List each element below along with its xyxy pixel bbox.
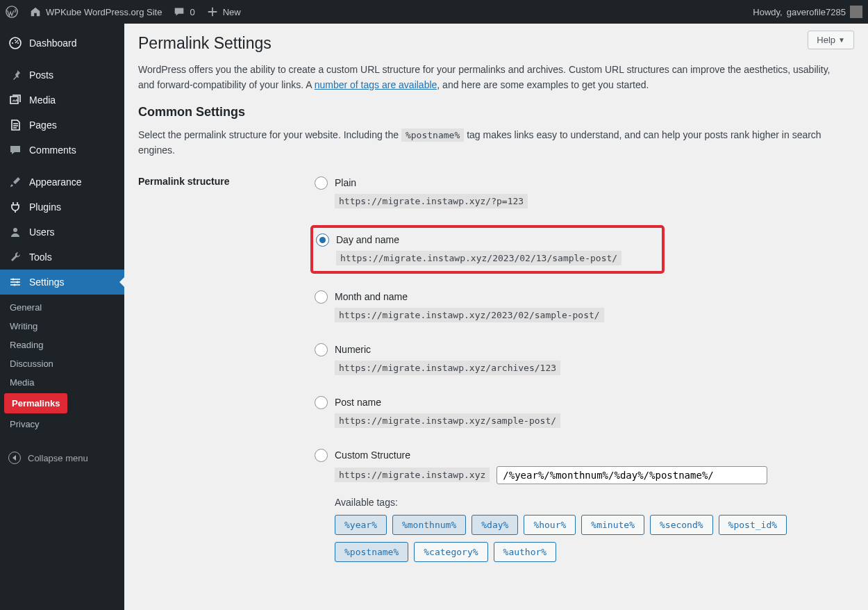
page-title: Permalink Settings (138, 34, 854, 53)
tag-author[interactable]: %author% (494, 542, 557, 562)
comment-icon (173, 6, 185, 18)
radio-custom-structure[interactable] (315, 449, 328, 462)
submenu-media[interactable]: Media (0, 373, 124, 392)
tag-row-1: %year% %monthnum% %day% %hour% %minute% … (335, 515, 850, 535)
example-numeric: https://migrate.instawp.xyz/archives/123 (335, 361, 560, 375)
site-name-link[interactable]: WPKube WordPress.org Site (29, 6, 162, 18)
postname-tag-code: %postname% (401, 129, 464, 142)
tag-second[interactable]: %second% (650, 515, 713, 535)
option-label-numeric[interactable]: Numeric (335, 344, 371, 355)
tag-day[interactable]: %day% (471, 515, 518, 535)
permalink-structure-label: Permalink structure (138, 172, 310, 187)
option-label-custom-structure[interactable]: Custom Structure (335, 450, 410, 461)
common-settings-desc: Select the permalink structure for your … (138, 128, 854, 158)
admin-sidebar: Dashboard Posts Media Pages Comments App… (0, 24, 124, 610)
sidebar-item-label: Plugins (29, 201, 61, 213)
custom-prefix: https://migrate.instawp.xyz (335, 468, 490, 482)
svg-point-2 (13, 228, 17, 232)
radio-post-name[interactable] (315, 396, 328, 409)
example-post-name: https://migrate.instawp.xyz/sample-post/ (335, 413, 560, 428)
brush-icon (8, 175, 22, 189)
sidebar-item-label: Appearance (29, 176, 82, 188)
option-custom-structure: Custom Structure https://migrate.instawp… (310, 445, 854, 573)
radio-plain[interactable] (315, 176, 328, 190)
tag-year[interactable]: %year% (335, 515, 387, 535)
help-label: Help (817, 35, 835, 45)
user-name: gaverofile7285 (787, 7, 846, 17)
help-button[interactable]: Help ▼ (808, 31, 854, 49)
collapse-label: Collapse menu (28, 453, 88, 463)
user-icon (8, 225, 22, 239)
sidebar-item-label: Users (29, 226, 55, 238)
settings-submenu: General Writing Reading Discussion Media… (0, 295, 124, 442)
option-post-name: Post name https://migrate.instawp.xyz/sa… (310, 392, 854, 432)
wrench-icon (8, 250, 22, 264)
sidebar-item-pages[interactable]: Pages (0, 113, 124, 138)
option-day-and-name: Day and name https://migrate.instawp.xyz… (310, 225, 665, 274)
sidebar-item-label: Settings (29, 277, 65, 288)
pin-icon (8, 68, 22, 82)
sidebar-item-appearance[interactable]: Appearance (0, 170, 124, 195)
example-day-and-name: https://migrate.instawp.xyz/2023/02/13/s… (336, 251, 621, 265)
sliders-icon (8, 275, 22, 289)
sidebar-item-users[interactable]: Users (0, 220, 124, 245)
sidebar-item-label: Dashboard (29, 38, 77, 49)
comment-icon (8, 143, 22, 157)
sidebar-item-label: Comments (29, 145, 76, 156)
sidebar-item-label: Media (29, 94, 56, 106)
howdy-prefix: Howdy, (753, 7, 782, 17)
plug-icon (8, 200, 22, 214)
svg-point-3 (12, 279, 15, 281)
sidebar-item-posts[interactable]: Posts (0, 63, 124, 88)
tag-category[interactable]: %category% (414, 542, 487, 562)
option-label-post-name[interactable]: Post name (335, 397, 381, 408)
option-month-and-name: Month and name https://migrate.instawp.x… (310, 286, 854, 327)
svg-point-5 (14, 284, 16, 286)
radio-month-and-name[interactable] (315, 290, 328, 304)
submenu-privacy[interactable]: Privacy (0, 415, 124, 434)
wordpress-logo[interactable] (6, 6, 18, 18)
tags-available-link[interactable]: number of tags are available (315, 79, 437, 90)
sidebar-item-tools[interactable]: Tools (0, 245, 124, 270)
custom-structure-input[interactable] (496, 466, 767, 484)
submenu-permalinks[interactable]: Permalinks (4, 393, 67, 413)
sidebar-item-comments[interactable]: Comments (0, 138, 124, 163)
option-label-day-and-name[interactable]: Day and name (336, 234, 399, 245)
submenu-general[interactable]: General (0, 298, 124, 317)
sidebar-item-label: Tools (29, 252, 52, 263)
submenu-reading[interactable]: Reading (0, 336, 124, 354)
available-tags-label: Available tags: (335, 497, 850, 508)
sidebar-item-plugins[interactable]: Plugins (0, 195, 124, 220)
sidebar-item-label: Pages (29, 119, 57, 131)
dashboard-icon (8, 36, 22, 50)
media-icon (8, 93, 22, 107)
sidebar-item-settings[interactable]: Settings (0, 270, 124, 295)
comments-link[interactable]: 0 (173, 6, 194, 18)
submenu-writing[interactable]: Writing (0, 317, 124, 336)
howdy-link[interactable]: Howdy, gaverofile7285 (753, 6, 862, 18)
option-label-plain[interactable]: Plain (335, 177, 356, 188)
chevron-down-icon: ▼ (838, 36, 845, 44)
tag-postname[interactable]: %postname% (335, 542, 408, 562)
option-label-month-and-name[interactable]: Month and name (335, 291, 408, 302)
sidebar-item-dashboard[interactable]: Dashboard (0, 31, 124, 56)
tag-monthnum[interactable]: %monthnum% (392, 515, 466, 535)
content-area: Help ▼ Permalink Settings WordPress offe… (124, 24, 868, 610)
sidebar-item-label: Posts (29, 69, 53, 81)
example-month-and-name: https://migrate.instawp.xyz/2023/02/samp… (335, 308, 604, 322)
new-label: New (223, 7, 241, 17)
plus-icon (206, 6, 219, 18)
collapse-menu-button[interactable]: Collapse menu (0, 445, 124, 471)
home-icon (29, 6, 42, 18)
example-plain: https://migrate.instawp.xyz/?p=123 (335, 194, 528, 208)
avatar (850, 6, 862, 18)
new-content-link[interactable]: New (206, 6, 241, 18)
radio-numeric[interactable] (315, 343, 328, 356)
tag-hour[interactable]: %hour% (524, 515, 576, 535)
radio-day-and-name[interactable] (316, 233, 329, 247)
tag-post-id[interactable]: %post_id% (719, 515, 787, 535)
tag-minute[interactable]: %minute% (581, 515, 644, 535)
submenu-discussion[interactable]: Discussion (0, 354, 124, 373)
svg-point-4 (17, 281, 19, 283)
sidebar-item-media[interactable]: Media (0, 88, 124, 113)
